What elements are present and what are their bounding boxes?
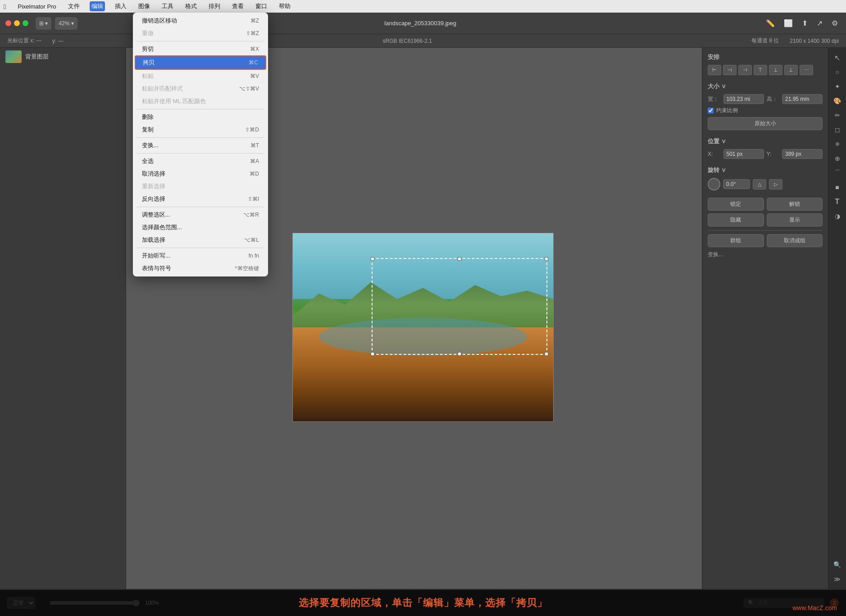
transform-label: 变换...: [708, 251, 823, 258]
menu-paste[interactable]: 粘贴 ⌘V: [135, 70, 266, 82]
menu-start-dictation[interactable]: 开始听写... fn fn: [135, 249, 266, 262]
height-input[interactable]: [782, 94, 823, 104]
toolbar: ⊞ ▾ 42% ▾ landscape_205330039.jpeg ✏️ ⬜ …: [0, 13, 846, 34]
align-left-btn[interactable]: ⊢: [708, 65, 721, 75]
cursor-y: y: ---: [52, 38, 64, 44]
align-top-btn[interactable]: ⊤: [754, 65, 767, 75]
menu-invert-selection[interactable]: 反向选择 ⇧⌘I: [135, 193, 266, 205]
expand-btn[interactable]: ≫: [831, 573, 844, 585]
settings-btn[interactable]: ⚙: [829, 17, 841, 29]
brush-btn[interactable]: ✏: [831, 109, 844, 122]
apple-menu[interactable]: : [4, 3, 6, 10]
shape-btn[interactable]: ■: [831, 181, 844, 194]
position-title: 位置 ∨: [708, 137, 823, 145]
menu-copy-label: 拷贝: [143, 59, 155, 67]
menu-redo-shortcut: ⇧⌘Z: [246, 30, 259, 36]
export-btn[interactable]: ⬆: [799, 17, 810, 29]
menubar-window[interactable]: 窗口: [254, 1, 269, 11]
x-input[interactable]: [723, 149, 764, 159]
hide-btn[interactable]: 隐藏: [708, 213, 764, 226]
divider-4: [136, 153, 264, 154]
search-btn[interactable]: 🔍: [831, 558, 844, 571]
menu-deselect-label: 取消选择: [142, 170, 165, 178]
menu-select-all[interactable]: 全选 ⌘A: [135, 155, 266, 168]
align-center-h-btn[interactable]: ⊣: [723, 65, 737, 75]
ungroup-btn[interactable]: 取消成组: [767, 234, 823, 247]
menubar-tools[interactable]: 工具: [160, 1, 175, 11]
rotation-knob[interactable]: [708, 178, 720, 190]
constrain-checkbox[interactable]: [708, 108, 714, 113]
flip-v-btn[interactable]: ▷: [769, 179, 782, 190]
menu-emoji[interactable]: 表情与符号 ^⌘空格键: [135, 262, 266, 275]
rotate-input[interactable]: [723, 179, 750, 189]
heal-btn[interactable]: ✳: [831, 138, 844, 150]
show-btn[interactable]: 显示: [767, 213, 823, 226]
menu-cut[interactable]: 剪切 ⌘X: [135, 43, 266, 55]
unlock-btn[interactable]: 解锁: [767, 198, 823, 211]
clone-btn[interactable]: ⊕: [831, 152, 844, 165]
menu-copy[interactable]: 拷贝 ⌘C: [135, 55, 266, 70]
menu-redo[interactable]: 重做 ⇧⌘Z: [135, 27, 266, 40]
group-row: 群组 取消成组: [708, 234, 823, 247]
menu-emoji-label: 表情与符号: [142, 264, 171, 272]
crop-btn[interactable]: ⬜: [781, 17, 796, 29]
menubar-arrange[interactable]: 排列: [207, 1, 222, 11]
minimize-button[interactable]: [14, 20, 20, 26]
text-btn[interactable]: T: [831, 195, 844, 208]
menubar-format[interactable]: 格式: [183, 1, 199, 11]
original-size-btn[interactable]: 原始大小: [708, 117, 823, 130]
cursor-x: 光标位置 x: ---: [7, 37, 41, 45]
color-picker-btn[interactable]: 🎨: [831, 95, 844, 107]
width-input[interactable]: [723, 94, 764, 104]
menubar-image[interactable]: 图像: [136, 1, 152, 11]
annotate-btn[interactable]: ✏️: [763, 17, 778, 29]
distribute-h-btn[interactable]: ⋯: [800, 65, 813, 75]
flip-h-btn[interactable]: △: [753, 179, 766, 190]
gradient-btn[interactable]: ◑: [831, 210, 844, 222]
right-panel: 安排 ⊢ ⊣ ⊣ ⊤ ⊥ ⊥ ⋯ 大小 ∨ 宽： 高： 约束比例 原始大小 位置…: [702, 48, 828, 589]
menubar-edit[interactable]: 编辑: [90, 1, 105, 11]
menu-load-selection[interactable]: 加载选择 ⌥⌘L: [135, 234, 266, 246]
menu-dictation-label: 开始听写...: [142, 252, 170, 260]
menu-deselect[interactable]: 取消选择 ⌘D: [135, 168, 266, 180]
constrain-label: 约束比例: [716, 107, 738, 114]
layer-thumbnail: [5, 50, 22, 63]
window-controls: [5, 20, 28, 26]
menubar-app-name[interactable]: Pixelmator Pro: [16, 2, 58, 11]
align-right-btn[interactable]: ⊣: [738, 65, 752, 75]
fullscreen-button[interactable]: [23, 20, 28, 26]
pen-btn[interactable]: ⌒: [831, 167, 844, 179]
layer-item[interactable]: 背景图层: [0, 48, 126, 66]
menu-delete[interactable]: 删除: [135, 111, 266, 123]
annotation-bar: 选择要复制的区域，单击「编辑」菜单，选择「拷贝」 www.MacZ.com: [0, 590, 846, 616]
zoom-btn[interactable]: 42% ▾: [55, 17, 77, 30]
close-button[interactable]: [5, 20, 11, 26]
menu-undo-shortcut: ⌘Z: [250, 18, 259, 24]
eraser-btn[interactable]: ◻: [831, 123, 844, 136]
menu-reselect[interactable]: 重新选择: [135, 180, 266, 193]
menu-paste-style[interactable]: 粘贴并匹配样式 ⌥⇧⌘V: [135, 82, 266, 95]
menu-load-shortcut: ⌥⌘L: [244, 237, 259, 243]
select-tool-btn[interactable]: ↖: [831, 51, 844, 64]
menubar-help[interactable]: 帮助: [277, 1, 292, 11]
menu-select-all-label: 全选: [142, 157, 154, 165]
group-btn[interactable]: 群组: [708, 234, 764, 247]
magic-wand-btn[interactable]: ✦: [831, 80, 844, 93]
view-toggle-btn[interactable]: ⊞ ▾: [36, 17, 51, 30]
align-center-v-btn[interactable]: ⊥: [769, 65, 782, 75]
menu-undo[interactable]: 撤销选区移动 ⌘Z: [135, 14, 266, 27]
menu-refine-selection[interactable]: 调整选区... ⌥⌘R: [135, 208, 266, 221]
menubar-file[interactable]: 文件: [66, 1, 82, 11]
menubar-view[interactable]: 查看: [230, 1, 246, 11]
menu-paste-ml[interactable]: 粘贴并使用 ML 匹配颜色: [135, 95, 266, 108]
share-btn[interactable]: ↗: [814, 17, 825, 29]
menu-transform[interactable]: 变换... ⌘T: [135, 139, 266, 152]
align-bottom-btn[interactable]: ⊥: [784, 65, 798, 75]
y-input[interactable]: [782, 149, 823, 159]
layer-name: 背景图层: [25, 53, 49, 61]
circle-select-btn[interactable]: ○: [831, 66, 844, 78]
menu-color-range[interactable]: 选择颜色范围...: [135, 221, 266, 234]
menubar-insert[interactable]: 插入: [113, 1, 128, 11]
lock-btn[interactable]: 锁定: [708, 198, 764, 211]
menu-duplicate[interactable]: 复制 ⇧⌘D: [135, 123, 266, 136]
